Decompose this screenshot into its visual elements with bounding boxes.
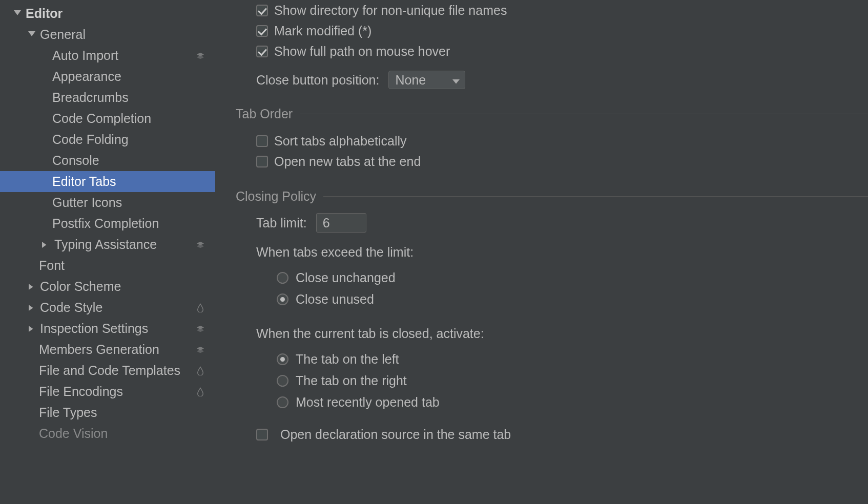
sidebar-label: Color Scheme — [40, 279, 206, 294]
sidebar-item-file-and-code-templates[interactable]: File and Code Templates — [0, 360, 215, 381]
checkbox-icon — [256, 25, 268, 37]
drop-icon — [195, 302, 206, 313]
sidebar-item-auto-import[interactable]: Auto Import — [0, 45, 215, 66]
svg-marker-7 — [29, 284, 33, 290]
sidebar-label: Postfix Completion — [52, 216, 206, 231]
option-label: The tab on the right — [296, 373, 407, 388]
sidebar-item-code-style[interactable]: Code Style — [0, 297, 215, 318]
sidebar-label: Code Style — [40, 300, 191, 315]
checkbox-mark-modified[interactable]: Mark modified (*) — [256, 20, 868, 41]
drop-icon — [195, 365, 206, 376]
checkbox-show-full-path[interactable]: Show full path on mouse hover — [256, 41, 868, 61]
svg-marker-11 — [197, 328, 204, 332]
option-label: Close unchanged — [296, 270, 396, 285]
svg-marker-0 — [14, 10, 21, 15]
svg-marker-9 — [29, 326, 33, 332]
section-title: Closing Policy — [236, 189, 316, 204]
checkbox-open-declaration-same-tab[interactable]: Open declaration source in the same tab — [256, 427, 868, 442]
sidebar-item-editor[interactable]: Editor — [0, 3, 215, 24]
option-label: Open new tabs at the end — [274, 154, 421, 169]
sidebar-item-code-completion[interactable]: Code Completion — [0, 108, 215, 129]
close-button-position-label: Close button position: — [256, 73, 379, 88]
chevron-down-icon — [13, 10, 22, 18]
sidebar-item-file-encodings[interactable]: File Encodings — [0, 381, 215, 402]
checkbox-sort-tabs[interactable]: Sort tabs alphabetically — [256, 131, 868, 151]
sidebar-label: File Types — [39, 405, 206, 420]
sidebar-label: File Encodings — [39, 384, 191, 399]
svg-marker-13 — [197, 349, 204, 353]
sidebar-item-inspection-settings[interactable]: Inspection Settings — [0, 318, 215, 339]
radio-close-unused[interactable]: Close unused — [277, 288, 868, 310]
when-current-closed-label: When the current tab is closed, activate… — [256, 326, 868, 341]
radio-icon — [277, 353, 288, 365]
sidebar-item-editor-tabs[interactable]: Editor Tabs — [0, 171, 215, 192]
settings-sidebar: Editor General Auto Import Appearance Br… — [0, 0, 215, 504]
sidebar-label: Appearance — [52, 69, 206, 84]
sidebar-label: Code Folding — [52, 132, 206, 147]
radio-close-unchanged[interactable]: Close unchanged — [277, 267, 868, 288]
sidebar-label: Editor Tabs — [52, 174, 206, 189]
svg-marker-14 — [452, 79, 460, 83]
option-label: Open declaration source in the same tab — [280, 427, 511, 442]
svg-marker-3 — [197, 55, 204, 59]
chevron-right-icon — [28, 325, 36, 333]
sidebar-item-members-generation[interactable]: Members Generation — [0, 339, 215, 360]
sidebar-item-gutter-icons[interactable]: Gutter Icons — [0, 192, 215, 213]
sidebar-label: Console — [52, 153, 206, 168]
option-label: Show directory for non-unique file names — [274, 3, 507, 18]
sidebar-item-breadcrumbs[interactable]: Breadcrumbs — [0, 87, 215, 108]
tab-limit-label: Tab limit: — [256, 216, 307, 230]
option-label: Show full path on mouse hover — [274, 44, 450, 59]
section-closing-policy: Closing Policy — [236, 189, 868, 204]
when-exceed-label: When tabs exceed the limit: — [256, 245, 868, 260]
select-value: None — [395, 73, 426, 88]
svg-marker-4 — [42, 242, 46, 248]
option-label: Close unused — [296, 292, 374, 307]
sidebar-item-general[interactable]: General — [0, 24, 215, 45]
layers-icon — [195, 239, 206, 250]
radio-tab-on-right[interactable]: The tab on the right — [277, 370, 868, 391]
sidebar-label: Code Completion — [52, 111, 206, 126]
checkbox-show-directory[interactable]: Show directory for non-unique file names — [256, 0, 868, 20]
sidebar-item-color-scheme[interactable]: Color Scheme — [0, 276, 215, 297]
sidebar-label: Font — [39, 258, 206, 273]
checkbox-icon — [256, 429, 268, 440]
chevron-right-icon — [28, 283, 36, 291]
radio-icon — [277, 272, 288, 284]
sidebar-label: Gutter Icons — [52, 195, 206, 210]
sidebar-label: File and Code Templates — [39, 363, 191, 378]
sidebar-item-postfix-completion[interactable]: Postfix Completion — [0, 213, 215, 234]
sidebar-label: Breadcrumbs — [52, 90, 206, 105]
checkbox-open-new-tabs-end[interactable]: Open new tabs at the end — [256, 151, 868, 172]
sidebar-item-appearance[interactable]: Appearance — [0, 66, 215, 87]
section-tab-order: Tab Order — [236, 107, 868, 121]
option-label: Most recently opened tab — [296, 395, 440, 410]
sidebar-label: Editor — [26, 6, 206, 21]
layers-icon — [195, 50, 206, 61]
radio-icon — [277, 293, 288, 305]
sidebar-label: Code Vision — [39, 426, 206, 441]
sidebar-item-file-types[interactable]: File Types — [0, 402, 215, 423]
layers-icon — [195, 323, 206, 334]
drop-icon — [195, 386, 206, 397]
section-title: Tab Order — [236, 107, 293, 121]
sidebar-item-console[interactable]: Console — [0, 150, 215, 171]
close-button-position-select[interactable]: None — [388, 71, 465, 89]
sidebar-item-typing-assistance[interactable]: Typing Assistance — [0, 234, 215, 255]
tab-limit-input[interactable]: 6 — [316, 213, 366, 233]
svg-marker-6 — [197, 244, 204, 248]
sidebar-label: Inspection Settings — [40, 321, 191, 336]
chevron-right-icon — [28, 304, 36, 312]
radio-most-recent[interactable]: Most recently opened tab — [277, 391, 868, 413]
svg-marker-8 — [29, 305, 33, 311]
radio-tab-on-left[interactable]: The tab on the left — [277, 348, 868, 370]
layers-icon — [195, 344, 206, 355]
chevron-down-icon — [452, 73, 460, 88]
sidebar-item-code-vision[interactable]: Code Vision — [0, 423, 215, 444]
sidebar-item-font[interactable]: Font — [0, 255, 215, 276]
sidebar-item-code-folding[interactable]: Code Folding — [0, 129, 215, 150]
chevron-down-icon — [28, 31, 36, 39]
svg-marker-1 — [28, 31, 35, 36]
option-label: Sort tabs alphabetically — [274, 134, 406, 149]
input-value: 6 — [323, 216, 330, 230]
